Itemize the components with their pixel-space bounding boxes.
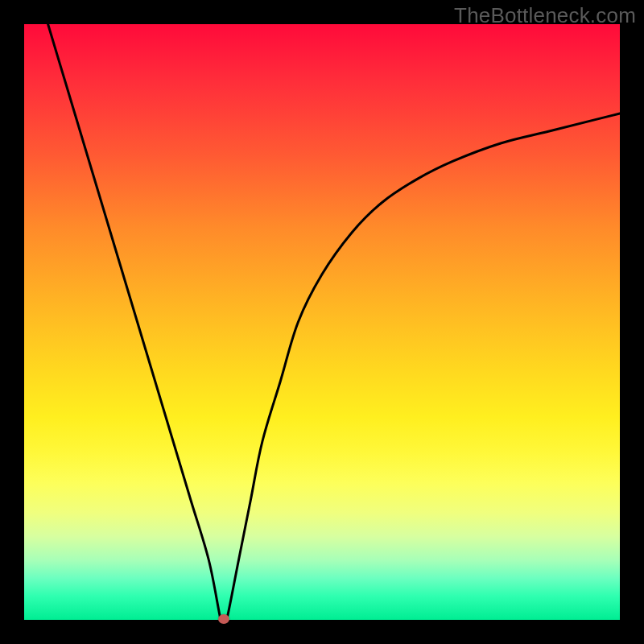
watermark-text: TheBottleneck.com <box>454 3 636 28</box>
curve-path <box>48 24 620 620</box>
plot-area <box>24 24 620 620</box>
chart-frame: TheBottleneck.com <box>0 0 644 644</box>
bottleneck-curve <box>24 24 620 620</box>
minimum-marker <box>218 614 229 624</box>
